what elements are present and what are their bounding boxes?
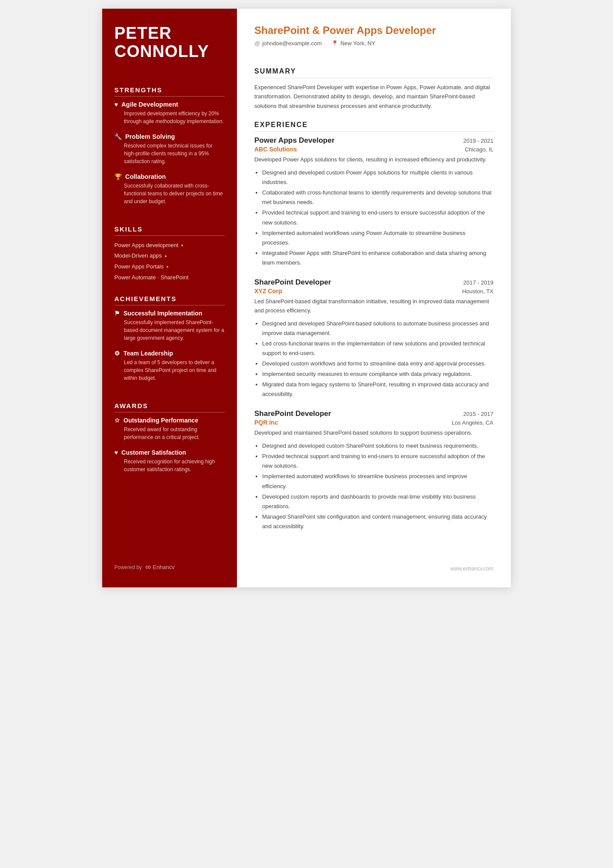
exp-dates-2: 2017 - 2019 (463, 279, 493, 286)
experience-item-1: Power Apps Developer 2019 - 2021 ABC Sol… (254, 136, 493, 268)
exp-company-1: ABC Solutions (254, 146, 297, 153)
location-icon: 📍 (331, 40, 338, 47)
exp-bullet-1-1: Designed and developed custom Power Apps… (262, 168, 493, 187)
exp-desc-3: Developed and maintained SharePoint-base… (254, 429, 493, 438)
award-item-1: ☆ Outstanding Performance Received award… (114, 417, 225, 441)
exp-bullet-3-3: Implemented automated workflows to strea… (262, 472, 493, 491)
achievements-title: ACHIEVEMENTS (114, 295, 225, 305)
email-text: johndoe@example.com (262, 40, 322, 47)
strengths-title: STRENGTHS (114, 86, 225, 97)
strength-title-1: Agile Development (121, 101, 178, 108)
skill-dot-3 (167, 266, 168, 268)
skill-label-1: Power Apps development (114, 240, 178, 251)
resume-container: PETER CONNOLLY STRENGTHS ♥ Agile Develop… (102, 9, 511, 587)
exp-header-2: SharePoint Developer 2017 - 2019 (254, 278, 493, 287)
strengths-section: STRENGTHS ♥ Agile Development Improved d… (114, 74, 225, 213)
skill-label-4: Power Automate · SharePoint (114, 272, 189, 283)
skill-item-2: Model-Driven apps (114, 251, 225, 261)
exp-bullet-1-3: Provided technical support and training … (262, 208, 493, 227)
wrench-icon: 🔧 (114, 133, 122, 140)
award-desc-2: Received recognition for achieving high … (114, 458, 225, 473)
exp-bullet-1-5: Integrated Power Apps with SharePoint to… (262, 248, 493, 268)
strength-item-3: 🏆 Collaboration Successfully collaborate… (114, 173, 225, 205)
achievement-header-2: ⚙ Team Leadership (114, 350, 225, 357)
heart-icon-award: ♥ (114, 449, 118, 456)
gear-icon: ⚙ (114, 350, 120, 357)
location-text: New York, NY (340, 40, 375, 47)
skill-label-3: Power Apps Portals (114, 261, 163, 272)
logo-text: Enhancv (153, 564, 175, 570)
footer-url: www.enhancv.com (450, 566, 493, 572)
exp-location-3: Los Angeles, CA (452, 419, 493, 426)
strength-title-3: Collaboration (125, 173, 166, 180)
main-content: SharePoint & Power Apps Developer @ john… (237, 9, 511, 587)
summary-text: Experienced SharePoint Developer with ex… (254, 83, 493, 111)
main-footer: www.enhancv.com (254, 559, 493, 572)
exp-bullets-1: Designed and developed custom Power Apps… (254, 168, 493, 268)
exp-location-2: Houston, TX (462, 288, 493, 295)
exp-bullet-3-4: Developed custom reports and dashboards … (262, 492, 493, 511)
trophy-icon: 🏆 (114, 173, 122, 180)
skill-item-3: Power Apps Portals (114, 261, 225, 272)
exp-desc-1: Developed Power Apps solutions for clien… (254, 155, 493, 164)
exp-bullet-2-5: Migrated data from legacy systems to Sha… (262, 380, 493, 399)
achievement-desc-2: Led a team of 5 developers to deliver a … (114, 359, 225, 382)
summary-section: SUMMARY Experienced SharePoint Developer… (254, 57, 493, 111)
experience-item-3: SharePoint Developer 2015 - 2017 PQR Inc… (254, 409, 493, 531)
strength-desc-3: Successfully collaborated with cross-fun… (114, 182, 225, 205)
email-contact: @ johndoe@example.com (254, 40, 322, 47)
award-header-2: ♥ Customer Satisfaction (114, 449, 225, 456)
achievement-item-1: ⚑ Successful Implementation Successfully… (114, 310, 225, 342)
strength-header-2: 🔧 Problem Solving (114, 133, 225, 140)
location-contact: 📍 New York, NY (331, 40, 375, 47)
exp-header-1: Power Apps Developer 2019 - 2021 (254, 136, 493, 145)
strength-desc-2: Resolved complex technical issues for hi… (114, 142, 225, 165)
skill-item-4: Power Automate · SharePoint (114, 272, 225, 283)
achievement-title-1: Successful Implementation (123, 310, 202, 317)
exp-dates-1: 2019 - 2021 (463, 137, 493, 144)
strength-title-2: Problem Solving (125, 133, 175, 140)
strength-desc-1: Improved development efficiency by 20% t… (114, 110, 225, 125)
exp-company-row-1: ABC Solutions Chicago, IL (254, 146, 493, 153)
achievement-title-2: Team Leadership (123, 350, 173, 357)
exp-bullet-3-1: Designed and developed custom SharePoint… (262, 441, 493, 451)
main-header: SharePoint & Power Apps Developer @ john… (254, 24, 493, 47)
experience-section: EXPERIENCE Power Apps Developer 2019 - 2… (254, 111, 493, 542)
exp-job-title-3: SharePoint Developer (254, 409, 331, 418)
award-header-1: ☆ Outstanding Performance (114, 417, 225, 424)
candidate-name: PETER CONNOLLY (114, 24, 225, 61)
exp-job-title-2: SharePoint Developer (254, 278, 331, 287)
exp-header-3: SharePoint Developer 2015 - 2017 (254, 409, 493, 418)
exp-bullets-2: Designed and developed SharePoint-based … (254, 319, 493, 399)
skills-title: SKILLS (114, 225, 225, 236)
achievement-desc-1: Successfully implemented SharePoint-base… (114, 318, 225, 342)
strength-header-1: ♥ Agile Development (114, 101, 225, 108)
exp-company-row-3: PQR Inc Los Angeles, CA (254, 419, 493, 426)
exp-job-title-1: Power Apps Developer (254, 136, 335, 145)
achievement-item-2: ⚙ Team Leadership Led a team of 5 develo… (114, 350, 225, 382)
exp-bullet-1-2: Collaborated with cross-functional teams… (262, 188, 493, 207)
award-item-2: ♥ Customer Satisfaction Received recogni… (114, 449, 225, 473)
exp-bullets-3: Designed and developed custom SharePoint… (254, 441, 493, 531)
achievements-section: ACHIEVEMENTS ⚑ Successful Implementation… (114, 283, 225, 390)
email-icon: @ (254, 40, 260, 47)
award-title-2: Customer Satisfaction (121, 449, 186, 456)
contact-info: @ johndoe@example.com 📍 New York, NY (254, 40, 493, 47)
star-icon: ☆ (114, 417, 120, 424)
award-desc-1: Received award for outstanding performan… (114, 426, 225, 441)
logo-icon: ∞ (145, 563, 151, 572)
exp-bullet-2-2: Led cross-functional teams in the implem… (262, 339, 493, 358)
exp-bullet-3-5: Managed SharePoint site configuration an… (262, 512, 493, 531)
skill-dot-2 (165, 255, 167, 257)
strength-header-3: 🏆 Collaboration (114, 173, 225, 180)
heart-icon-1: ♥ (114, 101, 118, 108)
exp-company-2: XYZ Corp (254, 288, 282, 295)
exp-company-row-2: XYZ Corp Houston, TX (254, 288, 493, 295)
strength-item-2: 🔧 Problem Solving Resolved complex techn… (114, 133, 225, 165)
skill-label-2: Model-Driven apps (114, 251, 162, 261)
exp-dates-3: 2015 - 2017 (463, 411, 493, 417)
flag-icon: ⚑ (114, 310, 120, 317)
exp-desc-2: Led SharePoint-based digital transformat… (254, 297, 493, 315)
strength-item-1: ♥ Agile Development Improved development… (114, 101, 225, 125)
job-title: SharePoint & Power Apps Developer (254, 24, 493, 37)
